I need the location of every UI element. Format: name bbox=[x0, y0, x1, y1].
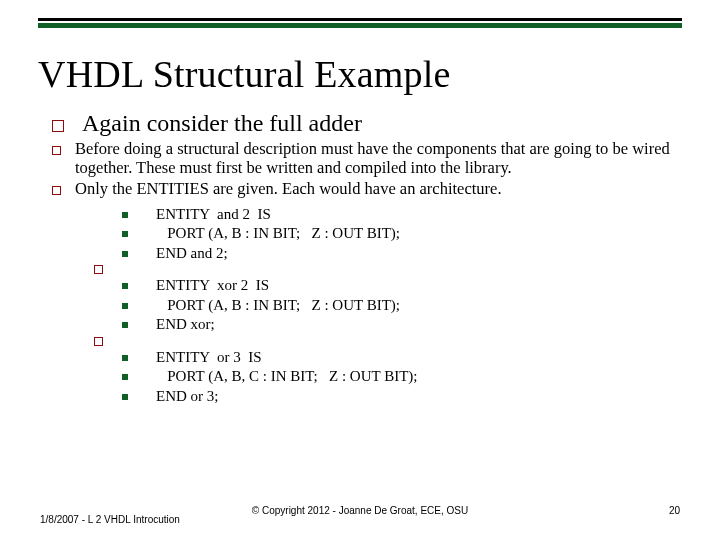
code-text: PORT (A, B, C : IN BIT; Z : OUT BIT); bbox=[156, 367, 417, 387]
slide-title: VHDL Structural Example bbox=[38, 52, 720, 96]
square-fill-bullet-icon bbox=[122, 212, 128, 218]
bullet-level1: Before doing a structural description mu… bbox=[52, 140, 678, 178]
square-bullet-icon bbox=[94, 337, 103, 346]
code-line: ENTITY and 2 IS bbox=[122, 205, 678, 225]
code-block-and2: ENTITY and 2 IS PORT (A, B : IN BIT; Z :… bbox=[122, 205, 678, 407]
bullet-level1-empty bbox=[94, 337, 678, 346]
bullet-text: Only the ENTITIES are given. Each would … bbox=[75, 180, 502, 199]
bullet-level1: Only the ENTITIES are given. Each would … bbox=[52, 180, 678, 199]
code-line: END and 2; bbox=[122, 244, 678, 264]
square-fill-bullet-icon bbox=[122, 303, 128, 309]
code-line: PORT (A, B, C : IN BIT; Z : OUT BIT); bbox=[122, 367, 678, 387]
code-text: PORT (A, B : IN BIT; Z : OUT BIT); bbox=[156, 224, 400, 244]
square-fill-bullet-icon bbox=[122, 394, 128, 400]
code-text: ENTITY and 2 IS bbox=[156, 205, 271, 225]
rule-accent bbox=[38, 23, 682, 28]
code-text: ENTITY xor 2 IS bbox=[156, 276, 269, 296]
square-fill-bullet-icon bbox=[122, 251, 128, 257]
code-line: PORT (A, B : IN BIT; Z : OUT BIT); bbox=[122, 224, 678, 244]
bullet-level1: Again consider the full adder bbox=[52, 110, 678, 138]
square-fill-bullet-icon bbox=[122, 355, 128, 361]
code-text: PORT (A, B : IN BIT; Z : OUT BIT); bbox=[156, 296, 400, 316]
square-fill-bullet-icon bbox=[122, 231, 128, 237]
square-fill-bullet-icon bbox=[122, 322, 128, 328]
square-bullet-icon bbox=[52, 186, 61, 195]
code-text: END or 3; bbox=[156, 387, 219, 407]
square-fill-bullet-icon bbox=[122, 283, 128, 289]
footer-center: © Copyright 2012 - Joanne De Groat, ECE,… bbox=[0, 505, 720, 516]
square-fill-bullet-icon bbox=[122, 374, 128, 380]
rule-top bbox=[38, 18, 682, 21]
code-line: END xor; bbox=[122, 315, 678, 335]
code-line: END or 3; bbox=[122, 387, 678, 407]
square-bullet-icon bbox=[94, 265, 103, 274]
code-line: PORT (A, B : IN BIT; Z : OUT BIT); bbox=[122, 296, 678, 316]
code-text: END xor; bbox=[156, 315, 215, 335]
code-text: ENTITY or 3 IS bbox=[156, 348, 262, 368]
bullet-text: Again consider the full adder bbox=[82, 110, 362, 138]
code-text: END and 2; bbox=[156, 244, 228, 264]
slide-body: Again consider the full adder Before doi… bbox=[52, 110, 678, 406]
bullet-text: Before doing a structural description mu… bbox=[75, 140, 678, 178]
bullet-level1-empty bbox=[94, 265, 678, 274]
code-line: ENTITY or 3 IS bbox=[122, 348, 678, 368]
square-bullet-icon bbox=[52, 146, 61, 155]
footer-right: 20 bbox=[669, 505, 680, 516]
code-line: ENTITY xor 2 IS bbox=[122, 276, 678, 296]
square-bullet-icon bbox=[52, 120, 64, 132]
